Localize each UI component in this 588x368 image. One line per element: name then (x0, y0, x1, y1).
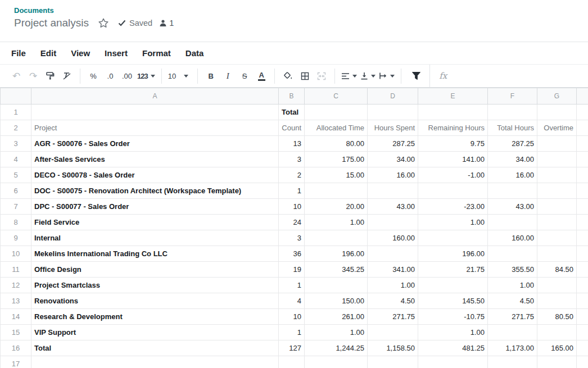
row-header-8[interactable]: 8 (1, 215, 31, 230)
decrease-decimal-button[interactable]: .0 (103, 69, 117, 83)
col-header-E[interactable]: E (418, 88, 488, 105)
cell-D11[interactable]: 341.00 (368, 262, 418, 278)
cell-F7[interactable]: 43.00 (488, 199, 537, 215)
cell-B17[interactable] (279, 356, 305, 368)
cell-E11[interactable]: 21.75 (418, 262, 488, 278)
cell-A8[interactable]: Field Service (31, 215, 279, 230)
cell-F6[interactable] (488, 183, 537, 199)
col-header-C[interactable]: C (305, 88, 368, 105)
menu-insert[interactable]: Insert (97, 48, 135, 58)
cell-C16[interactable]: 1,244.25 (305, 340, 368, 356)
cell-D8[interactable] (368, 215, 418, 230)
row-header-14[interactable]: 14 (1, 309, 31, 325)
cell-A10[interactable]: Mekelins International Trading Co LLC (31, 246, 279, 262)
cell-H9[interactable] (577, 230, 588, 246)
menu-format[interactable]: Format (135, 48, 178, 58)
cell-C14[interactable]: 261.00 (305, 309, 368, 325)
row-header-3[interactable]: 3 (1, 136, 31, 152)
menu-edit[interactable]: Edit (33, 48, 64, 58)
grid-corner[interactable] (1, 88, 31, 105)
cell-A1[interactable] (31, 105, 279, 120)
cell-B15[interactable]: 1 (279, 325, 305, 340)
cell-B6[interactable]: 1 (279, 183, 305, 199)
cell-G7[interactable] (537, 199, 577, 215)
vertical-align-dropdown[interactable] (360, 69, 376, 83)
cell-D6[interactable] (368, 183, 418, 199)
cell-C8[interactable]: 1.00 (305, 215, 368, 230)
menu-file[interactable]: File (4, 48, 33, 58)
cell-B2[interactable]: Count (279, 120, 305, 136)
paint-format-icon[interactable] (43, 69, 57, 83)
cell-B7[interactable]: 10 (279, 199, 305, 215)
cell-F9[interactable]: 160.00 (488, 230, 537, 246)
cell-C3[interactable]: 80.00 (305, 136, 368, 152)
row-header-10[interactable]: 10 (1, 246, 31, 262)
cell-D12[interactable]: 1.00 (368, 278, 418, 293)
cell-D15[interactable] (368, 325, 418, 340)
row-header-11[interactable]: 11 (1, 262, 31, 278)
redo-icon[interactable]: ↷ (26, 69, 40, 83)
cell-G4[interactable] (537, 152, 577, 167)
cell-B1[interactable]: Total (279, 105, 305, 120)
cell-G12[interactable] (537, 278, 577, 293)
formula-bar[interactable]: fx (429, 65, 588, 87)
cell-D5[interactable]: 16.00 (368, 167, 418, 183)
row-header-5[interactable]: 5 (1, 167, 31, 183)
cell-H5[interactable] (577, 167, 588, 183)
cell-D3[interactable]: 287.25 (368, 136, 418, 152)
cell-F4[interactable]: 34.00 (488, 152, 537, 167)
cell-E16[interactable]: 481.25 (418, 340, 488, 356)
cell-D9[interactable]: 160.00 (368, 230, 418, 246)
clear-formatting-icon[interactable] (60, 69, 74, 83)
cell-G3[interactable] (537, 136, 577, 152)
cell-G10[interactable] (537, 246, 577, 262)
cell-E4[interactable]: 141.00 (418, 152, 488, 167)
filter-icon[interactable] (409, 69, 423, 83)
cell-C10[interactable]: 196.00 (305, 246, 368, 262)
text-wrapping-dropdown[interactable] (379, 69, 395, 83)
cell-C12[interactable] (305, 278, 368, 293)
cell-G13[interactable] (537, 293, 577, 309)
col-header-B[interactable]: B (279, 88, 305, 105)
cell-G17[interactable] (537, 356, 577, 368)
cell-A7[interactable]: DPC - S00077 - Sales Order (31, 199, 279, 215)
cell-C15[interactable]: 1.00 (305, 325, 368, 340)
cell-G11[interactable]: 84.50 (537, 262, 577, 278)
cell-D2[interactable]: Hours Spent (368, 120, 418, 136)
cell-F10[interactable] (488, 246, 537, 262)
cell-H15[interactable] (577, 325, 588, 340)
col-header-F[interactable]: F (488, 88, 537, 105)
cell-G1[interactable] (537, 105, 577, 120)
cell-G2[interactable]: Overtime (537, 120, 577, 136)
cell-D4[interactable]: 34.00 (368, 152, 418, 167)
cell-G15[interactable] (537, 325, 577, 340)
cell-E1[interactable] (418, 105, 488, 120)
row-header-12[interactable]: 12 (1, 278, 31, 293)
cell-C17[interactable] (305, 356, 368, 368)
cell-C11[interactable]: 345.25 (305, 262, 368, 278)
cell-G8[interactable] (537, 215, 577, 230)
cell-H3[interactable] (577, 136, 588, 152)
cell-B8[interactable]: 24 (279, 215, 305, 230)
borders-icon[interactable] (298, 69, 311, 83)
fill-color-icon[interactable] (281, 69, 295, 83)
cell-A15[interactable]: VIP Support (31, 325, 279, 340)
row-header-15[interactable]: 15 (1, 325, 31, 340)
cell-H8[interactable] (577, 215, 588, 230)
cell-C13[interactable]: 150.00 (305, 293, 368, 309)
row-header-4[interactable]: 4 (1, 152, 31, 167)
cell-A2[interactable]: Project (31, 120, 279, 136)
menu-view[interactable]: View (64, 48, 97, 58)
cell-E8[interactable]: 1.00 (418, 215, 488, 230)
cell-C5[interactable]: 15.00 (305, 167, 368, 183)
cell-A9[interactable]: Internal (31, 230, 279, 246)
cell-A11[interactable]: Office Design (31, 262, 279, 278)
cell-A17[interactable] (31, 356, 279, 368)
cell-H6[interactable] (577, 183, 588, 199)
cell-H1[interactable] (577, 105, 588, 120)
row-header-13[interactable]: 13 (1, 293, 31, 309)
cell-E7[interactable]: -23.00 (418, 199, 488, 215)
cell-D14[interactable]: 271.75 (368, 309, 418, 325)
cell-C9[interactable] (305, 230, 368, 246)
cell-D17[interactable] (368, 356, 418, 368)
